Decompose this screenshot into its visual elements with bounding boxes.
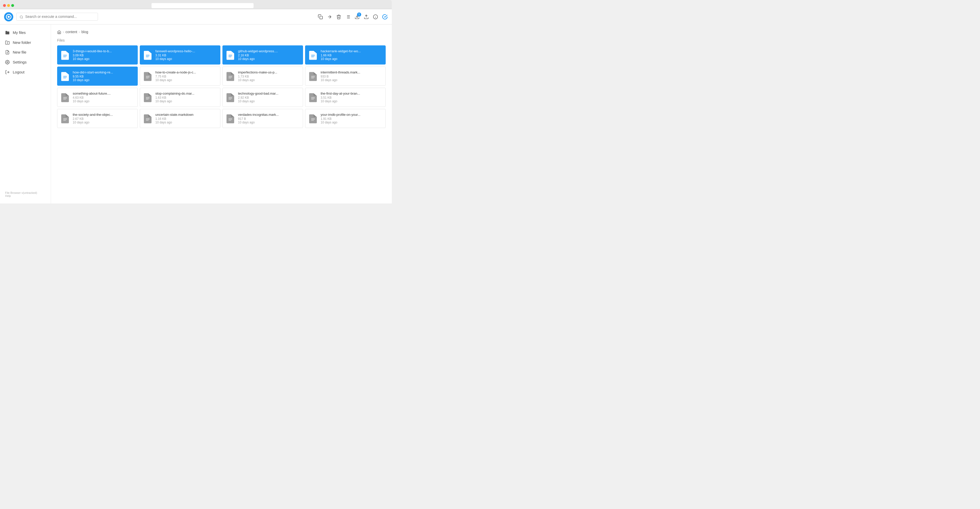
file-name: how-to-create-a-node-js-c... (155, 70, 217, 74)
file-name: hackerrank-widget-for-wo... (321, 49, 382, 53)
sidebar-item-settings[interactable]: Settings (0, 57, 51, 67)
file-name: how-did-i-start-working-re... (73, 70, 134, 74)
file-icon (143, 113, 152, 123)
file-icon (309, 71, 318, 81)
file-name: github-widget-wordpress.... (238, 49, 300, 53)
sidebar-item-my-files[interactable]: My files (0, 27, 51, 38)
file-info: something-about-future.... 4.63 KB10 day… (73, 92, 134, 103)
file-icon (60, 50, 70, 60)
file-card[interactable]: 3-things-i-would-like-to-b... 3.09 KB10 … (57, 45, 138, 65)
file-name: something-about-future.... (73, 92, 134, 95)
address-bar[interactable] (151, 3, 253, 8)
sidebar-footer-help[interactable]: Help (5, 194, 46, 197)
files-section-label: Files (57, 38, 386, 42)
app: 5 (0, 9, 392, 204)
close-button[interactable] (3, 4, 6, 7)
file-name: the-first-day-at-your-bran... (321, 92, 382, 95)
file-name: verdades-incognitas.mark... (238, 113, 300, 116)
folder-plus-icon (5, 40, 10, 45)
app-logo[interactable] (4, 12, 13, 21)
file-info: 3-things-i-would-like-to-b... 3.09 KB10 … (73, 49, 134, 61)
search-bar[interactable] (16, 13, 98, 21)
check-button[interactable] (382, 14, 388, 19)
breadcrumb-sep-1: › (63, 30, 64, 34)
file-card[interactable]: uncertain-state.markdown 1.16 KB10 days … (140, 109, 220, 128)
home-icon[interactable] (57, 30, 61, 34)
sidebar-item-new-file[interactable]: New file (0, 48, 51, 57)
files-grid: 3-things-i-would-like-to-b... 3.09 KB10 … (57, 45, 386, 128)
file-card[interactable]: farewell-wordpress-hello-... 3.31 KB10 d… (140, 45, 220, 65)
file-info: verdades-incognitas.mark... 917 B10 days… (238, 113, 300, 124)
file-icon (60, 71, 70, 81)
file-meta: 2.92 KB10 days ago (238, 96, 300, 103)
copy-button[interactable] (318, 14, 323, 19)
file-meta: 3.09 KB10 days ago (73, 54, 134, 61)
file-meta: 2.16 KB10 days ago (238, 54, 300, 61)
file-icon (143, 71, 152, 81)
sidebar-footer: File Browser v(untracked) Help (0, 188, 51, 200)
logout-icon (5, 70, 10, 75)
breadcrumb-content[interactable]: content (65, 30, 77, 34)
file-card[interactable]: stop-complaining-do.mar... 1.63 KB10 day… (140, 88, 220, 107)
sidebar: My files New folder (0, 24, 51, 204)
breadcrumb: › content › blog (57, 30, 386, 34)
file-meta: 917 B10 days ago (238, 117, 300, 124)
file-info: farewell-wordpress-hello-... 3.31 KB10 d… (155, 49, 217, 61)
sidebar-item-logout[interactable]: Logout (0, 67, 51, 77)
file-info: how-did-i-start-working-re... 9.55 KB10 … (73, 70, 134, 82)
file-icon (226, 71, 235, 81)
file-info: the-first-day-at-your-bran... 3.51 KB10 … (321, 92, 382, 103)
file-card[interactable]: the-first-day-at-your-bran... 3.51 KB10 … (305, 88, 386, 107)
file-plus-icon (5, 50, 10, 55)
file-info: the-society-and-the-objec... 2.67 KB10 d… (73, 113, 134, 124)
file-meta: 1.63 KB10 days ago (155, 96, 217, 103)
file-card[interactable]: github-widget-wordpress.... 2.16 KB10 da… (223, 45, 303, 65)
file-icon (143, 92, 152, 102)
minimize-button[interactable] (7, 4, 10, 7)
file-card[interactable]: hackerrank-widget-for-wo... 1.66 KB10 da… (305, 45, 386, 65)
file-meta: 933 B10 days ago (321, 75, 382, 82)
sidebar-settings-label: Settings (13, 60, 27, 64)
move-button[interactable] (327, 14, 332, 19)
info-button[interactable] (373, 14, 378, 19)
breadcrumb-blog: blog (81, 30, 88, 34)
delete-button[interactable] (336, 14, 341, 19)
file-card[interactable]: intermittent-threads.mark... 933 B10 day… (305, 67, 386, 86)
traffic-lights (3, 4, 14, 7)
file-name: technology-good-bad.mar... (238, 92, 300, 95)
sidebar-item-new-folder[interactable]: New folder (0, 38, 51, 48)
download-button[interactable]: 5 (355, 14, 360, 19)
sidebar-my-files-label: My files (13, 30, 26, 35)
file-name: the-society-and-the-objec... (73, 113, 134, 116)
file-card[interactable]: verdades-incognitas.mark... 917 B10 days… (223, 109, 303, 128)
file-card[interactable]: imperfections-make-us-p... 1.73 KB10 day… (223, 67, 303, 86)
file-card[interactable]: something-about-future.... 4.63 KB10 day… (57, 88, 138, 107)
file-meta: 7.75 KB10 days ago (155, 75, 217, 82)
file-card[interactable]: technology-good-bad.mar... 2.92 KB10 day… (223, 88, 303, 107)
file-card[interactable]: how-to-create-a-node-js-c... 7.75 KB10 d… (140, 67, 220, 86)
upload-button[interactable] (364, 14, 369, 19)
file-meta: 3.51 KB10 days ago (321, 96, 382, 103)
fullscreen-button[interactable] (11, 4, 14, 7)
file-icon (226, 50, 235, 60)
file-card[interactable]: how-did-i-start-working-re... 9.55 KB10 … (57, 67, 138, 86)
sidebar-logout-label: Logout (13, 70, 24, 74)
file-meta: 1.66 KB10 days ago (321, 54, 382, 61)
file-card[interactable]: the-society-and-the-objec... 2.67 KB10 d… (57, 109, 138, 128)
file-info: your-imdb-profile-on-your... 1.91 KB10 d… (321, 113, 382, 124)
file-info: stop-complaining-do.mar... 1.63 KB10 day… (155, 92, 217, 103)
svg-line-1 (22, 17, 23, 18)
file-meta: 9.55 KB10 days ago (73, 75, 134, 82)
search-icon (20, 14, 23, 19)
header-actions: 5 (318, 14, 388, 19)
file-info: imperfections-make-us-p... 1.73 KB10 day… (238, 70, 300, 82)
file-info: intermittent-threads.mark... 933 B10 day… (321, 70, 382, 82)
file-icon (60, 92, 70, 102)
file-info: technology-good-bad.mar... 2.92 KB10 day… (238, 92, 300, 103)
file-icon (226, 92, 235, 102)
file-icon (309, 113, 318, 123)
search-input[interactable] (25, 14, 95, 19)
file-card[interactable]: your-imdb-profile-on-your... 1.91 KB10 d… (305, 109, 386, 128)
list-view-button[interactable] (345, 14, 350, 19)
svg-point-0 (20, 16, 22, 18)
